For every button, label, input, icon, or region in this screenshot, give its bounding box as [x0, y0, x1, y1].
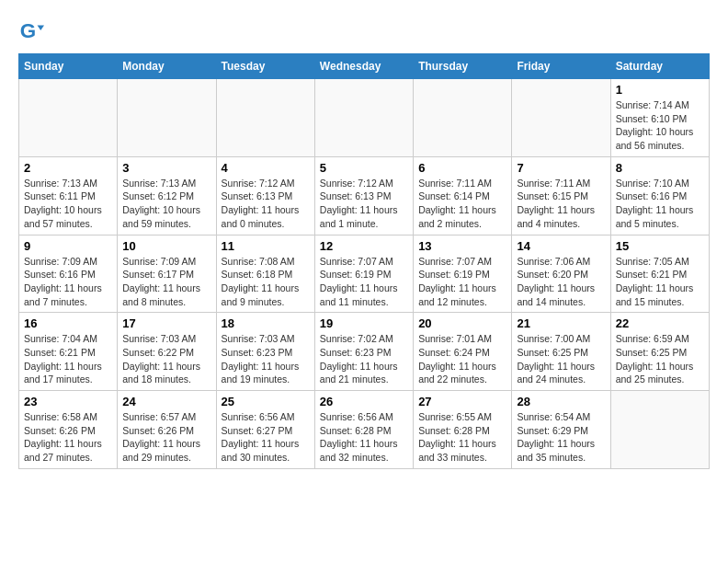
calendar-header-row: SundayMondayTuesdayWednesdayThursdayFrid… [19, 54, 710, 79]
day-info: Sunrise: 6:57 AM Sunset: 6:26 PM Dayligh… [122, 410, 210, 465]
header: G [18, 18, 710, 44]
day-info: Sunrise: 7:09 AM Sunset: 6:16 PM Dayligh… [24, 255, 112, 309]
calendar-cell [512, 79, 610, 157]
week-row-1: 1Sunrise: 7:14 AM Sunset: 6:10 PM Daylig… [19, 79, 710, 157]
calendar-cell: 7Sunrise: 7:11 AM Sunset: 6:15 PM Daylig… [512, 156, 610, 235]
day-info: Sunrise: 7:13 AM Sunset: 6:12 PM Dayligh… [122, 177, 210, 231]
day-info: Sunrise: 6:59 AM Sunset: 6:25 PM Dayligh… [616, 332, 704, 386]
day-number: 15 [616, 239, 704, 253]
calendar-cell [314, 79, 413, 157]
day-info: Sunrise: 6:56 AM Sunset: 6:27 PM Dayligh… [222, 410, 310, 465]
calendar-cell: 12Sunrise: 7:07 AM Sunset: 6:19 PM Dayli… [314, 235, 413, 313]
day-number: 26 [320, 395, 408, 408]
col-header-thursday: Thursday [414, 54, 512, 79]
day-number: 8 [616, 161, 704, 175]
calendar-cell: 15Sunrise: 7:05 AM Sunset: 6:21 PM Dayli… [610, 235, 709, 313]
col-header-saturday: Saturday [610, 54, 709, 79]
calendar-cell: 16Sunrise: 7:04 AM Sunset: 6:21 PM Dayli… [19, 313, 118, 391]
day-info: Sunrise: 7:08 AM Sunset: 6:18 PM Dayligh… [222, 255, 310, 309]
day-number: 24 [122, 395, 210, 408]
col-header-monday: Monday [118, 54, 216, 79]
calendar-cell: 19Sunrise: 7:02 AM Sunset: 6:23 PM Dayli… [314, 313, 413, 391]
day-number: 1 [616, 83, 704, 97]
day-info: Sunrise: 6:55 AM Sunset: 6:28 PM Dayligh… [418, 410, 506, 465]
day-number: 21 [517, 316, 605, 330]
calendar-cell: 22Sunrise: 6:59 AM Sunset: 6:25 PM Dayli… [610, 313, 709, 391]
day-number: 11 [222, 239, 310, 253]
calendar-cell: 21Sunrise: 7:00 AM Sunset: 6:25 PM Dayli… [512, 313, 610, 391]
day-info: Sunrise: 7:11 AM Sunset: 6:15 PM Dayligh… [517, 177, 605, 231]
day-number: 20 [418, 316, 506, 330]
day-number: 9 [24, 239, 112, 253]
day-info: Sunrise: 7:07 AM Sunset: 6:19 PM Dayligh… [320, 255, 408, 309]
calendar-cell: 28Sunrise: 6:54 AM Sunset: 6:29 PM Dayli… [512, 391, 610, 469]
day-number: 2 [24, 161, 112, 175]
col-header-tuesday: Tuesday [216, 54, 314, 79]
week-row-2: 2Sunrise: 7:13 AM Sunset: 6:11 PM Daylig… [19, 156, 710, 235]
week-row-3: 9Sunrise: 7:09 AM Sunset: 6:16 PM Daylig… [19, 235, 710, 313]
day-number: 12 [320, 239, 408, 253]
calendar-cell: 13Sunrise: 7:07 AM Sunset: 6:19 PM Dayli… [414, 235, 512, 313]
calendar-cell: 25Sunrise: 6:56 AM Sunset: 6:27 PM Dayli… [216, 391, 314, 469]
calendar-cell: 27Sunrise: 6:55 AM Sunset: 6:28 PM Dayli… [414, 391, 512, 469]
svg-text:G: G [20, 19, 36, 42]
day-info: Sunrise: 7:12 AM Sunset: 6:13 PM Dayligh… [320, 177, 408, 231]
day-info: Sunrise: 7:04 AM Sunset: 6:21 PM Dayligh… [24, 332, 112, 386]
day-info: Sunrise: 7:00 AM Sunset: 6:25 PM Dayligh… [517, 332, 605, 386]
col-header-sunday: Sunday [19, 54, 118, 79]
calendar-cell: 3Sunrise: 7:13 AM Sunset: 6:12 PM Daylig… [118, 156, 216, 235]
day-number: 25 [222, 395, 310, 408]
calendar-cell: 4Sunrise: 7:12 AM Sunset: 6:13 PM Daylig… [216, 156, 314, 235]
day-info: Sunrise: 7:14 AM Sunset: 6:10 PM Dayligh… [616, 98, 704, 153]
day-number: 3 [122, 161, 210, 175]
calendar-cell: 6Sunrise: 7:11 AM Sunset: 6:14 PM Daylig… [414, 156, 512, 235]
day-number: 28 [517, 395, 605, 408]
col-header-friday: Friday [512, 54, 610, 79]
calendar-table: SundayMondayTuesdayWednesdayThursdayFrid… [18, 53, 710, 469]
day-info: Sunrise: 6:56 AM Sunset: 6:28 PM Dayligh… [320, 410, 408, 465]
calendar-cell [216, 79, 314, 157]
day-number: 18 [222, 316, 310, 330]
calendar-cell: 14Sunrise: 7:06 AM Sunset: 6:20 PM Dayli… [512, 235, 610, 313]
calendar-cell: 1Sunrise: 7:14 AM Sunset: 6:10 PM Daylig… [610, 79, 709, 157]
day-number: 4 [222, 161, 310, 175]
day-info: Sunrise: 7:02 AM Sunset: 6:23 PM Dayligh… [320, 332, 408, 386]
day-number: 19 [320, 316, 408, 330]
calendar-cell [414, 79, 512, 157]
day-number: 7 [517, 161, 605, 175]
day-number: 14 [517, 239, 605, 253]
logo: G [18, 18, 48, 44]
day-info: Sunrise: 7:13 AM Sunset: 6:11 PM Dayligh… [24, 177, 112, 231]
day-info: Sunrise: 7:09 AM Sunset: 6:17 PM Dayligh… [122, 255, 210, 309]
day-number: 6 [418, 161, 506, 175]
calendar-cell: 11Sunrise: 7:08 AM Sunset: 6:18 PM Dayli… [216, 235, 314, 313]
week-row-4: 16Sunrise: 7:04 AM Sunset: 6:21 PM Dayli… [19, 313, 710, 391]
day-number: 22 [616, 316, 704, 330]
day-info: Sunrise: 6:58 AM Sunset: 6:26 PM Dayligh… [24, 410, 112, 465]
calendar-cell: 10Sunrise: 7:09 AM Sunset: 6:17 PM Dayli… [118, 235, 216, 313]
calendar-cell [118, 79, 216, 157]
calendar-cell: 2Sunrise: 7:13 AM Sunset: 6:11 PM Daylig… [19, 156, 118, 235]
calendar-cell: 24Sunrise: 6:57 AM Sunset: 6:26 PM Dayli… [118, 391, 216, 469]
calendar-cell: 5Sunrise: 7:12 AM Sunset: 6:13 PM Daylig… [314, 156, 413, 235]
day-info: Sunrise: 6:54 AM Sunset: 6:29 PM Dayligh… [517, 410, 605, 465]
col-header-wednesday: Wednesday [314, 54, 413, 79]
calendar-cell: 26Sunrise: 6:56 AM Sunset: 6:28 PM Dayli… [314, 391, 413, 469]
day-number: 23 [24, 395, 112, 408]
day-info: Sunrise: 7:10 AM Sunset: 6:16 PM Dayligh… [616, 177, 704, 231]
day-info: Sunrise: 7:11 AM Sunset: 6:14 PM Dayligh… [418, 177, 506, 231]
svg-marker-1 [38, 25, 44, 30]
calendar-cell: 9Sunrise: 7:09 AM Sunset: 6:16 PM Daylig… [19, 235, 118, 313]
day-info: Sunrise: 7:03 AM Sunset: 6:23 PM Dayligh… [222, 332, 310, 386]
day-info: Sunrise: 7:12 AM Sunset: 6:13 PM Dayligh… [222, 177, 310, 231]
day-number: 10 [122, 239, 210, 253]
day-info: Sunrise: 7:05 AM Sunset: 6:21 PM Dayligh… [616, 255, 704, 309]
week-row-5: 23Sunrise: 6:58 AM Sunset: 6:26 PM Dayli… [19, 391, 710, 469]
calendar-cell: 20Sunrise: 7:01 AM Sunset: 6:24 PM Dayli… [414, 313, 512, 391]
day-number: 27 [418, 395, 506, 408]
day-info: Sunrise: 7:01 AM Sunset: 6:24 PM Dayligh… [418, 332, 506, 386]
calendar-cell: 8Sunrise: 7:10 AM Sunset: 6:16 PM Daylig… [610, 156, 709, 235]
day-info: Sunrise: 7:06 AM Sunset: 6:20 PM Dayligh… [517, 255, 605, 309]
calendar-cell: 17Sunrise: 7:03 AM Sunset: 6:22 PM Dayli… [118, 313, 216, 391]
day-number: 17 [122, 316, 210, 330]
